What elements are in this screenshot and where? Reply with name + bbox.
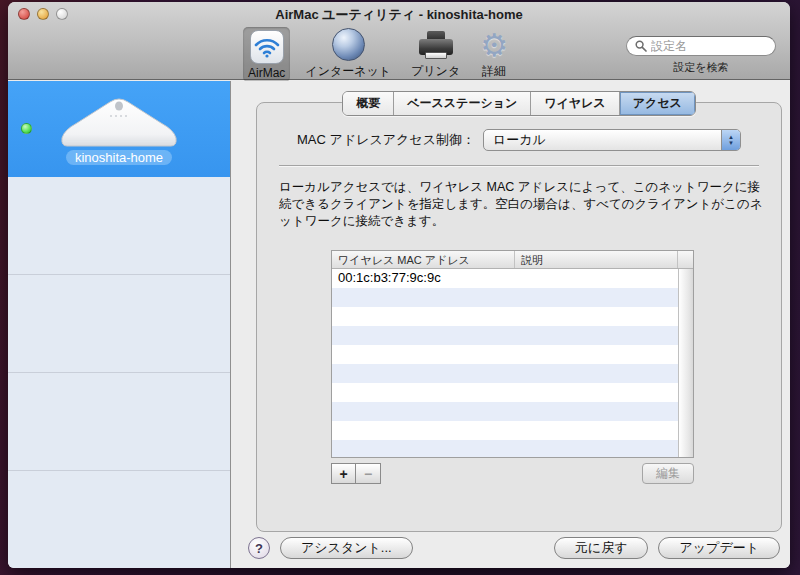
sidebar-empty-row[interactable] [8, 177, 230, 275]
revert-button[interactable]: 元に戻す [554, 537, 649, 559]
table-row[interactable]: 00:1c:b3:77:9c:9c [332, 269, 678, 288]
tab-basestation[interactable]: ベースステーション [394, 92, 531, 115]
airmac-utility-window: AirMac ユーティリティ - kinoshita-home AirMac [8, 2, 790, 568]
table-row [332, 345, 678, 364]
column-header-description[interactable]: 説明 [515, 251, 678, 268]
toolbar-item-printer[interactable]: プリンタ [406, 28, 465, 82]
table-buttons-row: + − 編集 [331, 463, 694, 484]
desktop: AirMac ユーティリティ - kinoshita-home AirMac [0, 0, 800, 575]
table-row [332, 307, 678, 326]
help-button[interactable]: ? [248, 537, 270, 559]
sidebar-empty-row[interactable] [8, 471, 230, 568]
mac-table-body: 00:1c:b3:77:9c:9c [332, 269, 678, 457]
search-caption: 設定を検索 [626, 60, 776, 75]
access-description: ローカルアクセスでは、ワイヤレス MAC アドレスによって、このネットワークに接… [279, 179, 763, 230]
table-header: ワイヤレス MAC アドレス 説明 [332, 251, 693, 269]
separator-line [279, 165, 759, 167]
gear-icon: ⚙ [480, 30, 508, 61]
printer-icon [419, 31, 453, 61]
window-title: AirMac ユーティリティ - kinoshita-home [8, 6, 790, 24]
table-row [332, 440, 678, 457]
toolbar-item-advanced[interactable]: ⚙ 詳細 [475, 27, 513, 82]
mac-access-control-row: MAC アドレスアクセス制御： ローカル ▲▼ [257, 129, 781, 151]
tab-wireless[interactable]: ワイヤレス [531, 92, 619, 115]
table-row [332, 402, 678, 421]
globe-icon [332, 28, 365, 61]
table-row [332, 326, 678, 345]
basestation-sidebar: kinoshita-home [8, 81, 231, 568]
update-button[interactable]: アップデート [658, 537, 780, 559]
access-settings-box: 概要 ベースステーション ワイヤレス アクセス MAC アドレスアクセス制御： … [256, 102, 782, 532]
assistant-button[interactable]: アシスタント... [280, 537, 413, 559]
table-row [332, 421, 678, 440]
remove-mac-button[interactable]: − [356, 463, 381, 484]
basestation-icon [58, 94, 180, 148]
footer-bar: ? アシスタント... 元に戻す アップデート [248, 536, 780, 560]
popup-stepper-icon: ▲▼ [721, 130, 740, 150]
mac-access-control-popup[interactable]: ローカル ▲▼ [483, 129, 741, 151]
table-row [332, 364, 678, 383]
toolbar-item-internet[interactable]: インターネット [300, 25, 396, 82]
search-input[interactable] [651, 39, 761, 53]
table-row [332, 288, 678, 307]
status-online-dot [21, 123, 32, 134]
tab-overview[interactable]: 概要 [343, 92, 394, 115]
table-row [332, 383, 678, 402]
toolbar-label: 詳細 [482, 63, 506, 80]
toolbar-label: AirMac [248, 66, 285, 80]
toolbar-label: プリンタ [411, 63, 460, 80]
mac-table-area: ワイヤレス MAC アドレス 説明 00:1c:b3:77:9c:9c + − … [331, 250, 694, 484]
toolbar: AirMac インターネット プリンタ ⚙ 詳細 [243, 25, 513, 82]
basestation-name: kinoshita-home [66, 150, 172, 165]
add-mac-button[interactable]: + [331, 463, 356, 484]
titlebar[interactable]: AirMac ユーティリティ - kinoshita-home AirMac [8, 2, 790, 80]
search-icon [635, 40, 647, 52]
column-header-scroll-spacer [678, 251, 693, 268]
sidebar-empty-row[interactable] [8, 275, 230, 373]
toolbar-item-airmac[interactable]: AirMac [243, 27, 290, 82]
sidebar-empty-row[interactable] [8, 373, 230, 471]
column-header-mac[interactable]: ワイヤレス MAC アドレス [332, 251, 515, 268]
tab-bar: 概要 ベースステーション ワイヤレス アクセス [257, 91, 781, 116]
wifi-icon [250, 30, 284, 64]
mac-address-table: ワイヤレス MAC アドレス 説明 00:1c:b3:77:9c:9c [331, 250, 694, 458]
edit-button[interactable]: 編集 [642, 463, 694, 484]
popup-selected-value: ローカル [493, 131, 546, 149]
tab-access[interactable]: アクセス [620, 92, 695, 115]
sidebar-item-kinoshita-home[interactable]: kinoshita-home [8, 81, 230, 177]
main-panel: 概要 ベースステーション ワイヤレス アクセス MAC アドレスアクセス制御： … [232, 81, 790, 568]
mac-access-control-label: MAC アドレスアクセス制御： [297, 131, 475, 149]
search-field[interactable] [626, 36, 776, 56]
toolbar-label: インターネット [305, 63, 391, 80]
table-scrollbar[interactable] [678, 269, 693, 457]
search-area: 設定を検索 [626, 36, 776, 75]
